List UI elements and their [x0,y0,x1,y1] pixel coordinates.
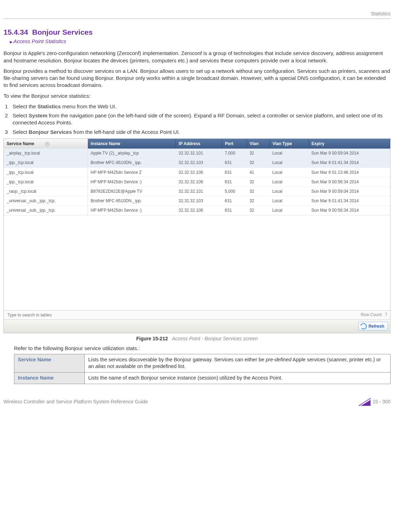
page-corner-icon [359,398,371,406]
page-footer: Wireless Controller and Service Platform… [4,398,390,406]
description-table: Service Name Lists the services discover… [14,354,390,384]
table-cell: 631 [222,196,247,206]
section-title: Bonjour Services [32,28,93,36]
refer-text: Refer to the following Bonjour service u… [14,345,390,352]
table-cell: B8782E2D922E@Apple TV [88,186,175,196]
table-empty-space [4,215,390,310]
table-cell: 32 [247,196,269,206]
step-item: 2 Select System from the navigation pane… [5,112,390,127]
col-port[interactable]: Port [222,139,247,149]
table-footer: Row Count: 7 [4,310,390,319]
table-cell: 32.32.32.103 [176,158,222,168]
row-count: Row Count: 7 [361,312,387,318]
refresh-icon [360,323,367,329]
table-cell: Sun Mar 9 00:59:04 2014 [309,149,390,158]
table-cell: 32 [247,186,269,196]
table-cell: 631 [222,158,247,168]
table-header-row: Service Name Instance Name IP Address Po… [4,139,390,149]
bold-term: Statistics [37,103,61,109]
table-cell: Local [269,177,309,186]
desc-name: Instance Name [14,372,85,384]
page-header-category: Statistics [4,11,390,19]
table-search-input[interactable] [7,312,99,318]
triangle-right-icon: ▶ [10,40,13,44]
table-cell: _ipp._tcp.local [4,177,88,186]
footer-page-number: 15 - 300 [359,398,390,406]
breadcrumb-label: Access Point Statistics [13,38,66,44]
section-number: 15.4.34 [4,28,28,36]
screenshot-bonjour-services: Service Name Instance Name IP Address Po… [4,138,390,333]
table-cell: 32.32.32.106 [176,168,222,177]
table-cell: 32.32.32.101 [176,186,222,196]
table-cell: _airplay._tcp.local [4,149,88,158]
table-row[interactable]: _universal._sub._ipp._tcp.HP MFP M425dn … [4,206,390,215]
intro-para-1: Bonjour is Apple's zero-configuration ne… [4,50,390,64]
bold-term: System [29,112,47,118]
table-cell: Local [269,206,309,215]
table-cell: HP MFP M425dn Service :) [88,206,175,215]
step-number: 2 [5,112,13,127]
figure-caption: Figure 15-212 Access Point - Bonjour Ser… [4,335,390,342]
footer-doc-title: Wireless Controller and Service Platform… [4,398,148,405]
table-cell: 32 [247,158,269,168]
table-cell: Local [269,149,309,158]
section-heading: 15.4.34 Bonjour Services [4,27,390,37]
table-row[interactable]: _ipp._tcp.localHP MFP M425dn Service Z32… [4,168,390,177]
col-expiry[interactable]: Expiry [309,139,390,149]
table-row[interactable]: _universal._sub._ipp._tcp.Brother MFC-85… [4,196,390,206]
table-cell: Local [269,168,309,177]
sort-indicator-icon[interactable] [45,142,49,146]
table-row[interactable]: _ipp._tcp.localBrother MFC-8510DN._ipp.3… [4,158,390,168]
table-row: Service Name Lists the services discover… [14,354,390,372]
table-cell: _universal._sub._ipp._tcp. [4,206,88,215]
table-cell: Brother MFC-8510DN._ipp. [88,158,175,168]
table-cell: _raop._tcp.local [4,186,88,196]
table-cell: Sun Mar 9 00:59:04 2014 [309,186,390,196]
table-cell: Apple TV (2)._airplay._tcp [88,149,175,158]
bonjour-table: Service Name Instance Name IP Address Po… [4,139,390,216]
intro-para-2: Bonjour provides a method to discover se… [4,68,390,89]
table-cell: 32.32.32.106 [176,177,222,186]
col-vlan-type[interactable]: Vlan Type [269,139,309,149]
table-row[interactable]: _raop._tcp.localB8782E2D922E@Apple TV32.… [4,186,390,196]
bold-term: Bonjour Services [29,129,72,135]
table-cell: 32.32.32.101 [176,149,222,158]
table-cell: Local [269,158,309,168]
table-cell: Sun Mar 9 01:41:34 2014 [309,196,390,206]
desc-name: Service Name [14,354,85,372]
table-cell: 32 [247,177,269,186]
desc-text: Lists the services discoverable by the B… [85,354,390,372]
table-cell: 32.32.32.106 [176,206,222,215]
table-cell: Sun Mar 9 00:56:34 2014 [309,206,390,215]
step-text: Select the Statistics menu from the Web … [13,103,390,110]
table-cell: 5,000 [222,186,247,196]
step-text: Select Bonjour Services from the left-ha… [13,129,390,136]
table-cell: 32 [247,149,269,158]
table-cell: 7,000 [222,149,247,158]
table-cell: 32 [247,206,269,215]
step-item: 1 Select the Statistics menu from the We… [5,103,390,110]
table-cell: Sun Mar 9 01:41:34 2014 [309,158,390,168]
col-instance-name[interactable]: Instance Name [88,139,175,149]
col-service-name[interactable]: Service Name [4,139,88,149]
table-row[interactable]: _ipp._tcp.localHP MFP M425dn Service :)3… [4,177,390,186]
col-vlan[interactable]: Vlan [247,139,269,149]
table-cell: Brother MFC-8510DN._ipp. [88,196,175,206]
step-item: 3 Select Bonjour Services from the left-… [5,129,390,136]
table-cell: 631 [222,168,247,177]
step-number: 1 [5,103,13,110]
table-cell: _universal._sub._ipp._tcp. [4,196,88,206]
desc-text: Lists the name of each Bonjour service i… [85,372,390,384]
table-cell: 41 [247,168,269,177]
breadcrumb[interactable]: ▶Access Point Statistics [4,38,390,45]
table-cell: Local [269,196,309,206]
table-row[interactable]: _airplay._tcp.localApple TV (2)._airplay… [4,149,390,158]
table-cell: Sun Mar 9 01:13:46 2014 [309,168,390,177]
table-cell: 631 [222,177,247,186]
table-cell: _ipp._tcp.local [4,168,88,177]
table-row: Instance Name Lists the name of each Bon… [14,372,390,384]
refresh-button[interactable]: Refresh [358,322,388,331]
table-cell: Sun Mar 9 00:56:34 2014 [309,177,390,186]
table-cell: 631 [222,206,247,215]
col-ip-address[interactable]: IP Address [176,139,222,149]
